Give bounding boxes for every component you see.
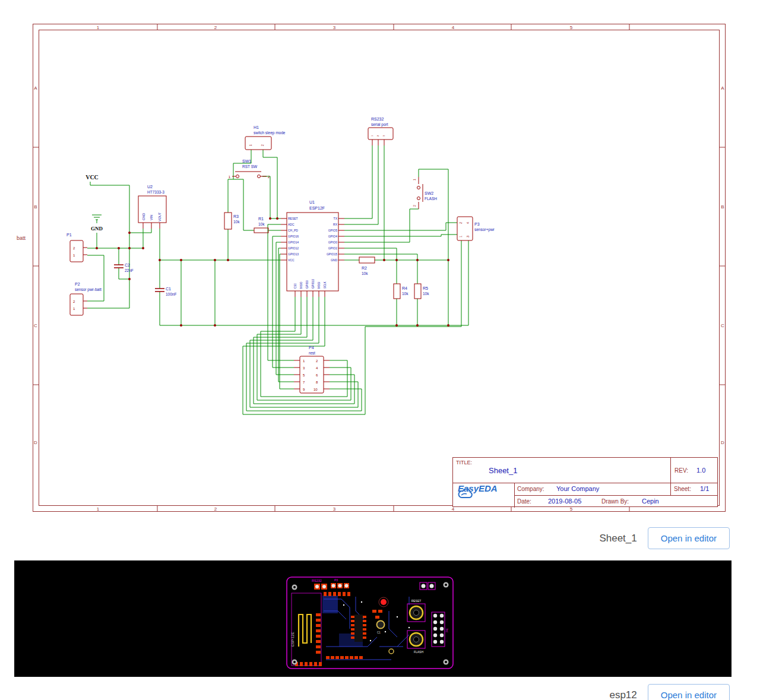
pcb-p3-label: P3 (334, 578, 338, 582)
u1-pin-name: VCC (288, 258, 294, 262)
component-sw2: SW2 FLASH 1 2 (413, 177, 437, 209)
u1-ref: U1 (309, 200, 315, 204)
rs232-pin-number: 2 (376, 135, 379, 137)
u1-pin-name: GPIO16 (288, 235, 299, 238)
pcb-rs232-label: RS232 (312, 579, 322, 582)
pcb-module-label: ESP-12E (291, 632, 294, 647)
r5-value: 10k (423, 292, 429, 296)
c2-ref: C2 (125, 263, 130, 267)
r2-ref: R2 (362, 266, 367, 270)
h1-pin-number: 1 (249, 144, 252, 146)
component-u1: U1 ESP12F RESET ADC CH_PD GPIO16 GPIO14 … (281, 200, 344, 297)
net-label-vcc: VCC (86, 174, 99, 180)
component-r3: R3 10k (224, 213, 240, 229)
u1-pin-name: RX (333, 223, 338, 226)
easyeda-project-viewer: batt 1 2 3 4 5 1 2 3 4 5 A B C D (0, 0, 760, 700)
schematic-action-row: Sheet_1 Open in editor (599, 527, 730, 549)
frame-row-label: D (721, 440, 724, 445)
component-p3: P3 sensor+pwr 2 4 1 3 (457, 217, 495, 240)
u1-pin-name: GPIO12 (288, 246, 299, 250)
r2-value: 10k (362, 271, 368, 275)
pcb-action-row: esp12 Open in editor (609, 684, 730, 700)
u1-pin-name: GPIO9 (306, 280, 309, 289)
p2-pin-number: 1 (73, 307, 75, 311)
c1-value: 100nF (166, 292, 176, 296)
u1-pin-name: GPIO4 (328, 235, 338, 238)
pcb-preview: ESP-12E (284, 575, 457, 672)
c2-value: 22nF (125, 268, 134, 273)
frame-col-label: 1 (97, 506, 100, 512)
u1-pin-name: GPIO2 (328, 246, 338, 250)
u1-pin-name: CS0 (294, 283, 297, 289)
p1-pin-number: 1 (73, 254, 75, 257)
h1-pin-number: 2 (261, 144, 264, 146)
p3-desc: sensor+pwr (474, 227, 495, 232)
component-r4: R4 10k (394, 284, 408, 299)
u2-desc: HT7333-3 (147, 190, 164, 194)
r3-value: 10k (233, 220, 240, 224)
component-r2: R2 10k (359, 257, 375, 275)
open-in-editor-schematic-button[interactable]: Open in editor (648, 527, 730, 549)
component-rs232: RS232 serial port 1 2 3 (368, 117, 393, 145)
component-c2: C2 22nF (114, 263, 134, 273)
rs232-pin-number: 3 (382, 135, 385, 137)
frame-row-label: B (721, 204, 724, 210)
p4-desc: rest (309, 351, 315, 355)
p4-pin-number: 5 (303, 373, 305, 377)
drawn-by-value: Cepin (642, 498, 659, 505)
p4-pin-number: 4 (316, 366, 318, 370)
date-label: Date: (517, 498, 531, 505)
u2-ref: U2 (147, 185, 153, 189)
date-value: 2019-08-05 (548, 498, 581, 505)
sw1-pin-number: 2 (268, 175, 270, 179)
component-r1: R1 10k (254, 217, 268, 233)
r1-value: 10k (258, 222, 265, 226)
rs232-ref: RS232 (371, 117, 384, 121)
p4-pin-number: 6 (316, 373, 318, 377)
sw1-ref: SW1 (242, 159, 251, 163)
rs232-pin-number: 1 (370, 135, 373, 137)
schematic-name-label: Sheet_1 (599, 533, 636, 544)
title-block-divider (670, 458, 671, 495)
r4-value: 10k (402, 292, 408, 296)
component-sw1: SW1 RST SW 1 2 (229, 159, 270, 179)
u1-pin-name: GPIO13 (288, 252, 299, 256)
u2-pin-name: VOUT (158, 212, 162, 221)
component-p2: P2 sensor pwr-batt 2 1 (70, 282, 102, 315)
p3-pin-number: 1 (459, 236, 463, 237)
sheet-title: Sheet_1 (489, 466, 517, 475)
sheet-count-label: Sheet: (674, 486, 691, 492)
rev-label: REV: (674, 467, 688, 474)
pcb-p4-label: P4 (445, 629, 449, 632)
component-r5: R5 10k (414, 284, 429, 299)
frame-col-label: 4 (452, 506, 455, 512)
p4-pin-number: 3 (303, 366, 305, 370)
frame-col-label: 3 (333, 25, 336, 30)
open-in-editor-pcb-button[interactable]: Open in editor (648, 684, 730, 700)
sw2-pin-number: 1 (413, 179, 416, 180)
u1-pin-name: MOSI (318, 281, 321, 289)
title-block-divider (514, 483, 515, 508)
p4-pin-number: 2 (316, 359, 318, 363)
sw1-pin-number: 1 (229, 175, 231, 179)
component-h1: H1 switch sleep mode 1 2 (245, 125, 286, 150)
h1-ref: H1 (254, 125, 259, 129)
c1-ref: C1 (166, 287, 171, 291)
component-u2: U2 HT7333-3 GND VIN VOUT (138, 185, 166, 229)
frame-col-label: 2 (214, 25, 217, 30)
p2-pin-number: 2 (73, 300, 75, 303)
schematic-sheet: 1 2 3 4 5 1 2 3 4 5 A B C D A B C D (33, 24, 726, 512)
p2-desc: sensor pwr-batt (75, 287, 102, 292)
frame-col-label: 5 (570, 25, 573, 30)
sw1-desc: RST SW (242, 164, 258, 169)
u1-pin-name: RESET (288, 217, 298, 220)
u1-pin-name: GPIO15 (327, 252, 337, 256)
pcb-reset-label: RESET (411, 599, 422, 603)
p3-pin-number: 2 (459, 222, 463, 224)
batt-label: batt (17, 235, 26, 241)
p3-pin-number: 4 (466, 222, 470, 224)
r3-ref: R3 (233, 214, 239, 218)
u2-pin-name: GND (142, 213, 145, 220)
company-label: Company: (517, 486, 544, 492)
pcb-c1-label: C1 (377, 631, 381, 634)
